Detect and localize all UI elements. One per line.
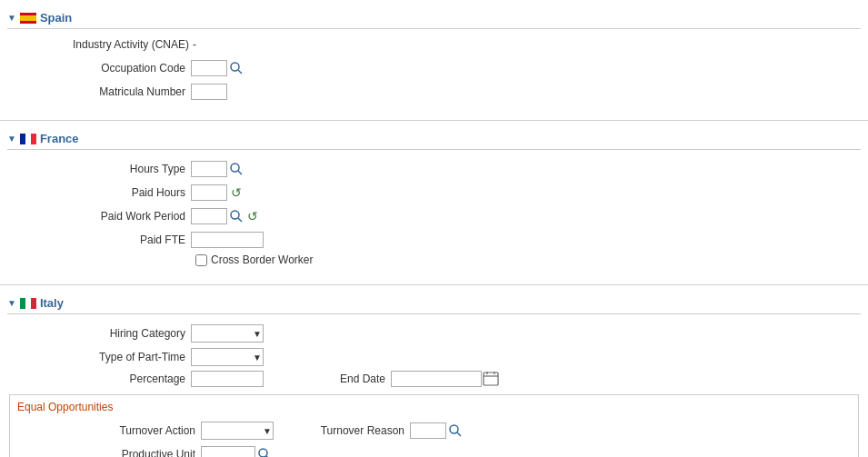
end-date-input[interactable]	[391, 371, 482, 387]
industry-activity-row: Industry Activity (CNAE) -	[0, 35, 868, 55]
occupation-code-row: Occupation Code	[0, 58, 868, 78]
spain-title: Spain	[40, 11, 72, 25]
france-flag	[20, 134, 36, 144]
productive-unit-label: Productive Unit	[10, 448, 201, 457]
paid-work-period-input[interactable]	[191, 208, 227, 224]
turnover-reason-search-icon[interactable]	[448, 423, 463, 438]
italy-form-body: Hiring Category ▼ Type of Part-Time ▼ Pe…	[0, 314, 868, 457]
spain-form-body: Industry Activity (CNAE) - Occupation Co…	[0, 29, 868, 111]
industry-activity-label: Industry Activity (CNAE)	[73, 38, 189, 51]
hiring-category-select-wrapper: ▼	[191, 324, 264, 343]
type-of-part-time-select-wrapper: ▼	[191, 348, 264, 366]
spain-collapse-arrow[interactable]: ▼	[7, 13, 16, 23]
turnover-action-label: Turnover Action	[10, 424, 201, 437]
svg-line-11	[457, 432, 461, 436]
paid-fte-row: Paid FTE	[0, 230, 868, 250]
italy-collapse-arrow[interactable]: ▼	[7, 298, 16, 308]
svg-line-3	[238, 171, 242, 174]
cross-border-worker-checkbox[interactable]	[195, 254, 207, 266]
turnover-action-select[interactable]	[201, 422, 274, 440]
equal-opportunities-section: Equal Opportunities Turnover Action ▼ Tu…	[9, 394, 859, 457]
spain-section: ▼ Spain Industry Activity (CNAE) - Occup…	[0, 0, 868, 121]
hiring-category-select[interactable]	[191, 324, 264, 343]
paid-fte-label: Paid FTE	[0, 233, 191, 246]
turnover-reason-input[interactable]	[410, 422, 446, 439]
paid-hours-refresh-icon[interactable]: ↺	[231, 185, 245, 200]
matricula-number-row: Matricula Number	[0, 82, 868, 102]
italy-header[interactable]: ▼ Italy	[0, 293, 868, 313]
france-collapse-arrow[interactable]: ▼	[7, 134, 16, 144]
france-title: France	[40, 132, 79, 145]
spain-header[interactable]: ▼ Spain	[0, 7, 868, 28]
turnover-action-select-wrapper: ▼	[201, 422, 274, 440]
spain-flag	[20, 13, 36, 24]
percentage-end-date-row: Percentage End Date	[0, 371, 868, 387]
france-header[interactable]: ▼ France	[0, 128, 868, 149]
equal-opportunities-header: Equal Opportunities	[10, 399, 858, 417]
productive-unit-input[interactable]	[201, 446, 255, 457]
france-form-body: Hours Type Paid Hours ↺ Paid Work Period	[0, 150, 868, 275]
svg-point-10	[450, 425, 458, 433]
svg-point-2	[231, 164, 239, 172]
cross-border-worker-row: Cross Border Worker	[0, 253, 868, 266]
hours-type-label: Hours Type	[0, 163, 191, 175]
hiring-category-row: Hiring Category ▼	[0, 323, 868, 343]
turnover-action-reason-row: Turnover Action ▼ Turnover Reason	[10, 421, 858, 441]
paid-fte-input[interactable]	[191, 232, 264, 248]
hours-type-search-icon[interactable]	[229, 162, 244, 176]
percentage-label: Percentage	[0, 373, 191, 385]
paid-hours-row: Paid Hours ↺	[0, 183, 868, 203]
paid-work-period-refresh-icon[interactable]: ↺	[247, 209, 262, 224]
paid-work-period-row: Paid Work Period ↺	[0, 206, 868, 226]
paid-work-period-search-icon[interactable]	[229, 209, 244, 224]
matricula-number-label: Matricula Number	[0, 85, 191, 98]
paid-hours-input[interactable]	[191, 184, 227, 201]
industry-activity-value: -	[193, 38, 196, 51]
svg-point-12	[259, 449, 267, 457]
percentage-input[interactable]	[191, 371, 264, 387]
occupation-code-input[interactable]	[191, 60, 227, 76]
paid-hours-label: Paid Hours	[0, 186, 191, 199]
italy-section: ▼ Italy Hiring Category ▼ Type of Part-T…	[0, 285, 868, 457]
italy-flag	[20, 298, 36, 309]
svg-line-1	[238, 70, 242, 74]
svg-rect-6	[484, 373, 498, 385]
hours-type-row: Hours Type	[0, 159, 868, 179]
svg-point-4	[231, 211, 239, 219]
occupation-code-label: Occupation Code	[0, 62, 191, 75]
end-date-label: End Date	[318, 373, 391, 385]
svg-line-5	[238, 218, 242, 222]
productive-unit-search-icon[interactable]	[257, 447, 272, 457]
type-of-part-time-label: Type of Part-Time	[0, 351, 191, 363]
paid-work-period-label: Paid Work Period	[0, 210, 191, 223]
turnover-reason-label: Turnover Reason	[310, 424, 410, 437]
svg-point-0	[231, 63, 239, 71]
type-of-part-time-select[interactable]	[191, 348, 264, 366]
cross-border-worker-label: Cross Border Worker	[211, 253, 313, 266]
occupation-code-search-icon[interactable]	[229, 61, 244, 75]
hours-type-input[interactable]	[191, 161, 227, 177]
france-section: ▼ France Hours Type Paid Hours ↺ Paid Wo…	[0, 121, 868, 285]
matricula-number-input[interactable]	[191, 84, 227, 100]
end-date-wrapper	[391, 371, 499, 387]
italy-title: Italy	[40, 296, 64, 310]
hiring-category-label: Hiring Category	[0, 327, 191, 340]
productive-unit-row: Productive Unit	[10, 444, 858, 457]
type-of-part-time-row: Type of Part-Time ▼	[0, 347, 868, 367]
end-date-calendar-icon[interactable]	[483, 371, 499, 387]
